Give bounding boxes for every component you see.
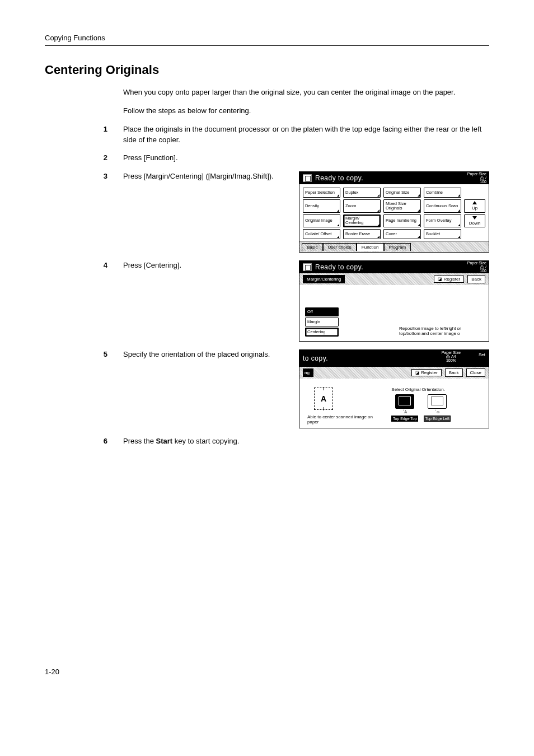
centering-diagram-icon: A <box>314 388 333 410</box>
register-button[interactable]: ◪Register <box>434 276 464 283</box>
panel-icon <box>303 263 312 271</box>
step-number: 2 <box>45 153 123 162</box>
hint-text: Reposition image to left/right or top/bo… <box>399 326 483 337</box>
register-button[interactable]: ◪Register <box>411 369 442 376</box>
paper-size-label: Paper Size <box>442 351 461 354</box>
cover-button[interactable]: Cover <box>383 229 421 239</box>
original-size-button[interactable]: Original Size <box>383 188 421 198</box>
density-button[interactable]: Density <box>303 199 340 212</box>
top-edge-top-button[interactable]: Top Edge Top <box>391 416 418 422</box>
triangle-up-icon <box>472 201 477 204</box>
top-edge-left-icon[interactable] <box>428 394 447 409</box>
tab-function[interactable]: Function <box>357 243 384 251</box>
step-number: 3 <box>45 171 123 180</box>
panel-title: Ready to copy. <box>315 263 363 271</box>
sub-tab-centering[interactable]: ng <box>303 368 313 377</box>
copier-panel-orientation: to copy. Paper Size 凸 A4 100% Set ng ◪R <box>299 349 489 428</box>
paper-size-value: 100 <box>467 269 486 273</box>
paper-size-value: A4 <box>451 354 456 358</box>
step-number: 5 <box>45 349 123 358</box>
panel-title: to copy. <box>303 354 328 362</box>
panel-icon <box>303 174 312 182</box>
panel-title: Ready to copy. <box>315 174 363 182</box>
paper-size-value: 100 <box>467 180 486 184</box>
paper-selection-button[interactable]: Paper Selection <box>303 188 340 198</box>
paper-size-percent: 100% <box>442 358 461 362</box>
paper-size-label: Paper Size <box>467 261 486 265</box>
close-button[interactable]: Close <box>466 368 485 377</box>
step-4-text: Press [Centering]. <box>123 260 290 271</box>
rule <box>45 45 489 46</box>
booklet-button[interactable]: Booklet <box>424 229 461 239</box>
mixed-size-originals-button[interactable]: Mixed Size Originals <box>383 199 421 212</box>
form-overlay-button[interactable]: Form Overlay <box>424 214 461 227</box>
orientation-label: Select Original Orientation. <box>391 388 483 392</box>
top-edge-left-button[interactable]: Top Edge Left <box>424 416 451 422</box>
border-erase-button[interactable]: Border Erase <box>343 229 381 239</box>
diagram-caption: Able to center scanned image on paper <box>307 414 382 424</box>
step-number: 1 <box>45 124 123 133</box>
step-5-text: Specify the orientation of the placed or… <box>123 349 290 360</box>
intro-para-1: When you copy onto paper larger than the… <box>123 87 484 98</box>
step-number: 6 <box>45 436 123 445</box>
paper-size-label: Paper Size <box>467 172 486 176</box>
off-button[interactable]: Off <box>305 307 339 316</box>
step-3-text: Press [Margin/Centering] ([Margin/Imag.S… <box>123 171 290 182</box>
copier-panel-function: Ready to copy. Paper Size凸 /100 Paper Se… <box>299 171 489 253</box>
copier-panel-margin-centering: Ready to copy. Paper Size凸 /100 Margin/C… <box>299 260 489 342</box>
margin-button[interactable]: Margin <box>305 318 339 326</box>
tab-program[interactable]: Program <box>384 243 411 251</box>
sub-tab-margin-centering[interactable]: Margin/Centering <box>303 275 345 283</box>
back-button[interactable]: Back <box>467 275 485 283</box>
down-button[interactable]: Down <box>464 214 485 227</box>
tab-user-choice[interactable]: User choice <box>323 243 357 251</box>
up-button[interactable]: Up <box>464 199 485 212</box>
page-number: 1-20 <box>45 455 489 676</box>
continuous-scan-button[interactable]: Continuous Scan <box>424 199 461 212</box>
page-numbering-button[interactable]: Page numbering <box>383 214 421 227</box>
original-image-button[interactable]: Original Image <box>303 214 340 227</box>
shortcut-icon: ◪ <box>438 277 442 282</box>
page-heading: Centering Originals <box>45 63 489 77</box>
collate-offset-button[interactable]: Collate/ Offset <box>303 229 340 239</box>
zoom-button[interactable]: Zoom <box>343 199 381 212</box>
step-1-text: Place the originals in the document proc… <box>123 124 489 146</box>
tab-basic[interactable]: Basic <box>302 243 323 251</box>
back-button[interactable]: Back <box>445 368 463 377</box>
combine-button[interactable]: Combine <box>424 188 461 198</box>
centering-button[interactable]: Centering <box>305 328 339 337</box>
step-6-text: Press the Start key to start copying. <box>123 436 489 447</box>
margin-centering-button[interactable]: Margin/ Centering <box>343 214 381 227</box>
duplex-button[interactable]: Duplex <box>343 188 381 198</box>
step-2-text: Press [Function]. <box>123 153 489 164</box>
step-number: 4 <box>45 260 123 269</box>
intro-para-2: Follow the steps as below for centering. <box>123 106 484 116</box>
top-edge-top-icon[interactable] <box>395 394 414 409</box>
shortcut-icon: ◪ <box>415 371 420 375</box>
triangle-down-icon <box>472 216 477 220</box>
set-label: Set <box>479 352 485 357</box>
running-head: Copying Functions <box>45 34 489 42</box>
